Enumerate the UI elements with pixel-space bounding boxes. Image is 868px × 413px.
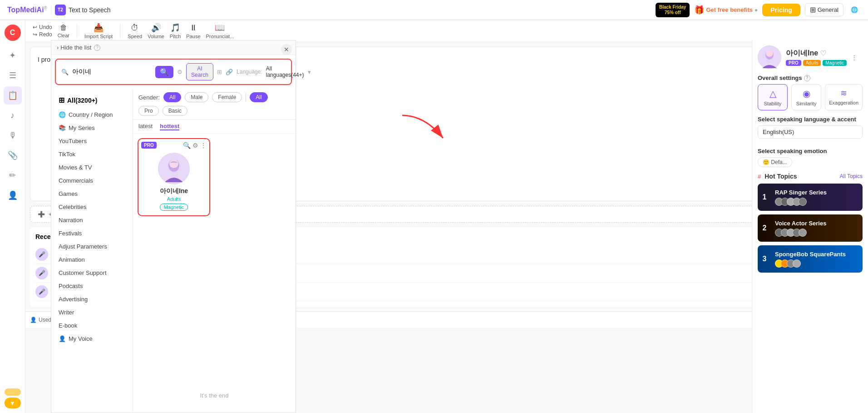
- category-games[interactable]: Games: [51, 187, 133, 200]
- volume-button[interactable]: 🔊 Volume: [148, 23, 164, 39]
- filter-bar: Gender: All Male Female All Pro Basic: [133, 89, 296, 120]
- gender-female-button[interactable]: Female: [212, 92, 242, 102]
- close-panel-button[interactable]: ✕: [281, 44, 292, 55]
- language-title: Select speaking language & accent: [758, 116, 863, 123]
- settings-icon[interactable]: ⚙: [177, 69, 182, 75]
- search-submit-button[interactable]: 🔍: [155, 66, 173, 78]
- category-e-book[interactable]: E-book: [51, 319, 133, 332]
- category-customer-support[interactable]: Customer Support: [51, 266, 133, 279]
- voice-settings-icon[interactable]: ⚙: [192, 142, 198, 149]
- sort-latest[interactable]: latest: [138, 123, 153, 130]
- sidebar-icon-home[interactable]: ✦: [4, 46, 22, 65]
- rp-voice-header: 아이네Ine ♡ PRO Adults Magnetic ⋮: [758, 45, 863, 69]
- left-sidebar: C ✦ ☰ 📋 ♪ 🎙 📎 ✏ 👤 ▼: [0, 20, 25, 413]
- category-movies-tv[interactable]: Movies & TV: [51, 161, 133, 174]
- language-button[interactable]: 🌐: [848, 4, 861, 16]
- language-select[interactable]: English(US): [758, 125, 863, 139]
- gender-male-button[interactable]: Male: [185, 92, 208, 102]
- user-avatar[interactable]: C: [5, 25, 21, 41]
- pause-button[interactable]: ⏸ Pause: [186, 23, 200, 39]
- category-my-voice[interactable]: 👤 My Voice: [51, 332, 133, 345]
- rp-more-icon[interactable]: ⋮: [851, 54, 857, 61]
- hot-topics-title: Hot Topics: [764, 173, 797, 180]
- category-commercials[interactable]: Commercials: [51, 174, 133, 187]
- tier-all-button[interactable]: All: [250, 92, 267, 102]
- pricing-button[interactable]: Pricing: [762, 4, 800, 16]
- search-icon: 🔍: [61, 69, 69, 75]
- topic-rank-1: 1: [758, 193, 771, 201]
- category-tiktok[interactable]: TikTok: [51, 148, 133, 161]
- category-animation[interactable]: Animation: [51, 253, 133, 266]
- get-free-button[interactable]: 🎁 Get free benefits ●: [694, 5, 758, 15]
- sort-hottest[interactable]: hottest: [160, 123, 179, 130]
- ai-search-button[interactable]: AI Search: [186, 63, 213, 80]
- svg-point-5: [766, 50, 773, 57]
- voice-more-icon[interactable]: ⋮: [200, 142, 207, 149]
- topic-avatars-2: [775, 229, 859, 237]
- hide-list-header: › Hide the list ?: [51, 40, 296, 55]
- hide-list-button[interactable]: › Hide the list ?: [57, 44, 100, 51]
- setting-similarity[interactable]: ◉ Similarity: [791, 84, 821, 110]
- topic-item-2[interactable]: 2 Voice Actor Series: [758, 214, 863, 242]
- voice-search-icon[interactable]: 🔍: [183, 142, 191, 149]
- help-icon[interactable]: ?: [804, 75, 810, 81]
- category-my-series[interactable]: 📚 My Series: [51, 121, 133, 134]
- pronunciation-button[interactable]: 📖 Pronunciat...: [206, 23, 234, 39]
- general-button[interactable]: ⊞ General: [805, 3, 843, 16]
- setting-exaggeration[interactable]: ≋ Exaggeration: [825, 84, 863, 110]
- rp-name-badges: 아이네Ine ♡ PRO Adults Magnetic: [786, 49, 847, 66]
- sidebar-icon-user[interactable]: 👤: [4, 186, 22, 204]
- setting-stability[interactable]: △ Stability: [758, 84, 788, 110]
- voice-avatar: [158, 153, 190, 184]
- voice-grid-area: Gender: All Male Female All Pro Basic la…: [133, 89, 296, 413]
- help-icon: ?: [94, 45, 100, 51]
- voice-card-aine[interactable]: PRO 🔍 ⚙ ⋮: [138, 138, 210, 216]
- category-youtubers[interactable]: YouTubers: [51, 134, 133, 148]
- category-all[interactable]: ⊞ All(3200+): [51, 92, 133, 108]
- sidebar-icon-music[interactable]: ♪: [4, 106, 22, 124]
- rp-heart-icon[interactable]: ♡: [820, 49, 826, 58]
- black-friday-badge[interactable]: Black Friday 75% off: [656, 3, 690, 17]
- gender-all-button[interactable]: All: [163, 92, 181, 102]
- redo-button[interactable]: ↪ Redo: [33, 31, 52, 38]
- topic-item-3[interactable]: 3 SpongeBob SquarePants: [758, 245, 863, 273]
- category-writer[interactable]: Writer: [51, 306, 133, 319]
- category-festivals[interactable]: Festivals: [51, 227, 133, 240]
- setting-stability-label: Stability: [764, 101, 782, 106]
- main-layout: C ✦ ☰ 📋 ♪ 🎙 📎 ✏ 👤 ▼ ↩ Undo ↪ Redo: [0, 20, 868, 413]
- overall-settings-title: Overall settings ?: [758, 75, 863, 81]
- category-adjust-parameters[interactable]: Adjust Parameters: [51, 240, 133, 253]
- category-podcasts[interactable]: Podcasts: [51, 279, 133, 293]
- tier-basic-button[interactable]: Basic: [163, 106, 187, 116]
- embed-icon[interactable]: ⊞: [217, 69, 222, 75]
- emotion-selector[interactable]: 🙂 Defa...: [758, 157, 792, 167]
- language-selector[interactable]: All languages(44+): [266, 65, 304, 78]
- pitch-button[interactable]: 🎵 Pitch: [170, 23, 181, 39]
- voice-avatar-image: [158, 153, 190, 184]
- sidebar-icon-edit[interactable]: ✏: [4, 166, 22, 184]
- voice-list-panel: ✕ › Hide the list ? 🔍 🔍 ⚙ AI Search: [51, 40, 296, 413]
- badge-pro: PRO: [786, 60, 801, 66]
- topic-item-1[interactable]: 1 RAP Singer Series: [758, 184, 863, 211]
- link-icon[interactable]: 🔗: [226, 69, 233, 75]
- all-topics-button[interactable]: All Topics: [840, 173, 863, 179]
- category-narration[interactable]: Narration: [51, 214, 133, 227]
- speed-button[interactable]: ⏱ Speed: [128, 23, 142, 39]
- sidebar-collapse-button[interactable]: ▼: [5, 398, 21, 408]
- nav-right: Black Friday 75% off 🎁 Get free benefits…: [656, 3, 861, 17]
- category-celebrities[interactable]: Celebrities: [51, 200, 133, 214]
- category-country-region[interactable]: 🌐 Country / Region: [51, 108, 133, 121]
- undo-button[interactable]: ↩ Undo: [33, 24, 52, 31]
- sidebar-icon-attach[interactable]: 📎: [4, 146, 22, 164]
- sidebar-icon-mic[interactable]: 🎙: [4, 126, 22, 144]
- category-advertising[interactable]: Advertising: [51, 293, 133, 306]
- search-input[interactable]: [72, 68, 152, 75]
- sidebar-icon-document[interactable]: 📋: [4, 86, 22, 104]
- sidebar-icon-list[interactable]: ☰: [4, 66, 22, 85]
- audition-thumb: 🎤: [35, 248, 48, 261]
- import-script-button[interactable]: 📥 Import Script: [84, 23, 113, 39]
- setting-similarity-label: Similarity: [796, 101, 817, 106]
- language-label: Language:: [237, 69, 262, 75]
- tier-pro-button[interactable]: Pro: [138, 106, 159, 116]
- clear-button[interactable]: 🗑 Clear: [58, 23, 69, 39]
